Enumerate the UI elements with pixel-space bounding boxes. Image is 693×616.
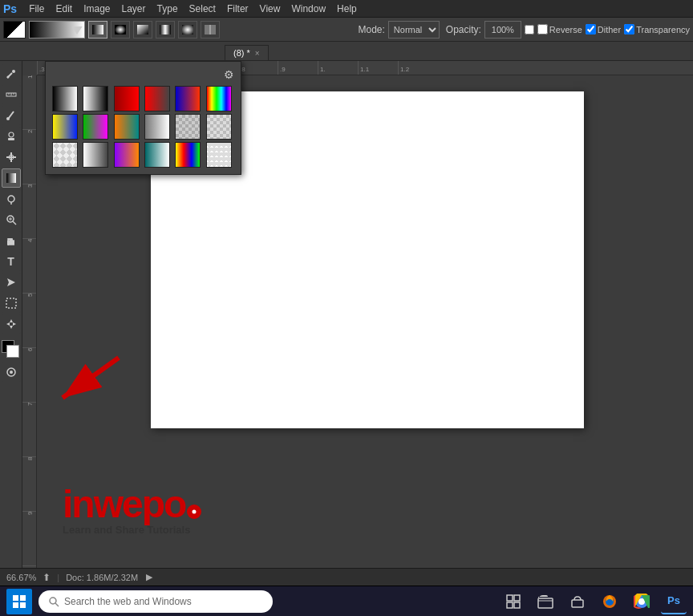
svg-rect-33: [7, 238, 13, 240]
menu-view[interactable]: View: [254, 2, 286, 16]
pan-tool[interactable]: [2, 314, 21, 334]
gradient-swatch-17[interactable]: [206, 142, 232, 168]
dither-checkbox[interactable]: [586, 24, 596, 34]
svg-rect-35: [6, 298, 16, 308]
reflected-gradient-btn[interactable]: [156, 21, 175, 38]
ruler-v-mark: 7: [22, 403, 36, 457]
gradient-swatch-6[interactable]: [52, 114, 78, 140]
extra-gradient-btn[interactable]: [201, 21, 220, 38]
menu-file[interactable]: File: [23, 2, 50, 16]
eyedropper-tool[interactable]: [2, 64, 21, 83]
gradient-swatch-0[interactable]: [52, 86, 78, 111]
ruler-tool[interactable]: [2, 85, 21, 104]
options-toolbar: Mode: Normal Multiply Screen Opacity: Re…: [0, 18, 693, 42]
healing-tool[interactable]: [2, 148, 21, 167]
diamond-gradient-btn[interactable]: [178, 21, 197, 38]
gradient-swatch-11[interactable]: [206, 114, 232, 140]
mode-select[interactable]: Normal Multiply Screen: [388, 21, 440, 38]
ruler-v-mark: 3: [22, 184, 36, 239]
taskbar: Search the web and Windows: [0, 586, 693, 616]
menu-help[interactable]: Help: [331, 2, 363, 16]
svg-rect-53: [514, 602, 520, 608]
gradient-tool[interactable]: [2, 168, 21, 188]
opacity-input[interactable]: [484, 21, 521, 38]
menu-select[interactable]: Select: [184, 2, 221, 16]
svg-rect-5: [182, 25, 193, 34]
stamp-tool[interactable]: [2, 127, 21, 146]
linear-gradient-btn[interactable]: [88, 21, 107, 38]
transparency-checkbox[interactable]: [624, 24, 634, 34]
menu-window[interactable]: Window: [286, 2, 331, 16]
status-export-icon[interactable]: ⬆: [43, 572, 51, 583]
start-button[interactable]: [6, 589, 32, 614]
svg-line-26: [13, 221, 16, 225]
gradient-popup: ⚙: [45, 61, 241, 175]
reverse-checkbox[interactable]: [537, 24, 548, 34]
radial-gradient-btn[interactable]: [111, 21, 130, 38]
ruler-v-mark: 4: [22, 239, 36, 294]
gradient-swatch-4[interactable]: [175, 86, 201, 111]
file-manager-btn[interactable]: [533, 589, 558, 614]
document-tab[interactable]: (8) * ×: [225, 45, 269, 60]
photoshop-taskbar-btn[interactable]: Ps: [661, 589, 687, 614]
fg-bg-colors[interactable]: [2, 340, 21, 359]
gradient-swatch-10[interactable]: [175, 114, 201, 140]
gradient-swatch-16[interactable]: [175, 142, 201, 168]
firefox-btn[interactable]: [597, 589, 622, 614]
menu-image[interactable]: Image: [78, 2, 116, 16]
ruler-v-mark: 1: [22, 75, 36, 130]
type-tool[interactable]: T: [2, 252, 21, 271]
quick-mask-tool[interactable]: [2, 363, 21, 382]
path-select-tool[interactable]: [2, 273, 21, 292]
menu-edit[interactable]: Edit: [50, 2, 78, 16]
svg-rect-22: [6, 173, 16, 183]
search-bar[interactable]: Search the web and Windows: [38, 590, 273, 613]
dodge-tool[interactable]: [2, 189, 21, 209]
svg-rect-2: [115, 25, 126, 34]
dither-wrap: Dither: [586, 24, 621, 34]
gradient-swatch-7[interactable]: [83, 114, 108, 140]
brush-tool[interactable]: [2, 106, 21, 125]
svg-rect-52: [507, 602, 513, 608]
gradient-swatch-9[interactable]: [144, 114, 170, 140]
gradient-swatch-8[interactable]: [114, 114, 140, 140]
left-toolbar: T: [0, 61, 22, 568]
arrow-annotation: [47, 350, 143, 414]
tab-close-btn[interactable]: ×: [255, 49, 260, 58]
opacity-label: Opacity:: [446, 24, 481, 35]
menu-type[interactable]: Type: [152, 2, 184, 16]
reverse-wrap: Reverse: [537, 24, 582, 34]
opacity-lock-check[interactable]: [525, 25, 534, 34]
rect-select-tool[interactable]: [2, 294, 21, 313]
chrome-btn[interactable]: [629, 589, 654, 614]
svg-rect-3: [137, 25, 148, 34]
gradient-popup-gear[interactable]: ⚙: [224, 68, 234, 81]
gradient-swatch-1[interactable]: [83, 86, 108, 111]
gradient-swatch-2[interactable]: [114, 86, 140, 111]
svg-marker-0: [71, 26, 82, 34]
watermark-subtitle: Learn and Share Tutorials: [63, 524, 201, 536]
gradient-popup-header: ⚙: [52, 68, 234, 81]
gradient-swatch-14[interactable]: [114, 142, 140, 168]
taskview-btn[interactable]: [500, 589, 526, 614]
gradient-swatch-12[interactable]: [52, 142, 78, 168]
store-btn[interactable]: [565, 589, 590, 614]
menu-filter[interactable]: Filter: [221, 2, 254, 16]
gradient-swatch-3[interactable]: [144, 86, 170, 111]
gradient-swatch-15[interactable]: [144, 142, 170, 168]
gradient-swatch-5[interactable]: [206, 86, 232, 111]
svg-point-23: [8, 196, 14, 202]
angle-gradient-btn[interactable]: [133, 21, 152, 38]
svg-rect-55: [572, 600, 583, 607]
menu-layer[interactable]: Layer: [116, 2, 152, 16]
zoom-tool[interactable]: [2, 210, 21, 229]
ruler-h-mark: 1.: [318, 61, 358, 75]
dither-label: Dither: [598, 25, 621, 34]
doc-info-expand[interactable]: ▶: [146, 572, 152, 582]
hand-tool[interactable]: [2, 231, 21, 250]
gradient-swatch-13[interactable]: [83, 142, 108, 168]
watermark-logo: inwepo: [63, 485, 201, 524]
svg-point-17: [9, 132, 14, 137]
gradient-preview[interactable]: [29, 21, 85, 38]
color-swatch[interactable]: [3, 21, 26, 38]
